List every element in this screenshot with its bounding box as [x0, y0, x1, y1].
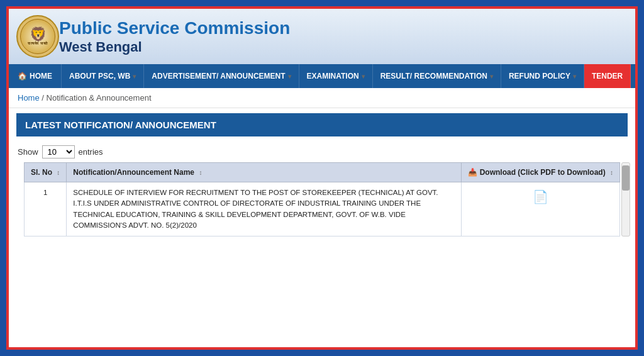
- nav-refund[interactable]: REFUND POLICY ▾: [501, 64, 584, 88]
- dropdown-icon: ▾: [573, 73, 576, 80]
- page-container: 🦁 सत्यमेव जयते Public Service Commission…: [6, 6, 638, 350]
- header-text: Public Service Commission West Bengal: [59, 18, 290, 55]
- breadcrumb-current: Notification & Announcement: [47, 93, 152, 103]
- nav-advertisement[interactable]: ADVERTISEMENT/ ANNOUNCEMENT ▾: [144, 64, 299, 88]
- col-download: 📥 Download (Click PDF to Download) ↕: [462, 163, 620, 182]
- pdf-download-icon[interactable]: 📄: [533, 190, 548, 204]
- site-header: 🦁 सत्यमेव जयते Public Service Commission…: [9, 9, 635, 64]
- sort-icon-name[interactable]: ↕: [199, 169, 202, 176]
- nav-tender[interactable]: TENDER: [584, 64, 631, 88]
- col-sl-no: Sl. No ↕: [25, 163, 67, 182]
- sort-icon-sl[interactable]: ↕: [57, 169, 60, 176]
- breadcrumb-home[interactable]: Home: [18, 93, 40, 103]
- dropdown-icon: ▾: [362, 73, 365, 80]
- dropdown-icon: ▾: [288, 73, 291, 80]
- dropdown-icon: ▾: [133, 73, 136, 80]
- entries-select[interactable]: 10 25 50 100: [42, 145, 75, 159]
- section-heading: LATEST NOTIFICATION/ ANNOUNCEMENT: [16, 113, 628, 136]
- download-icon-header: 📥: [468, 168, 479, 177]
- emblem-text: सत्यमेव जयते: [28, 42, 47, 46]
- dropdown-icon: ▾: [490, 73, 493, 80]
- emblem-icon: 🦁: [30, 28, 47, 42]
- table-header-row: Sl. No ↕ Notification/Announcement Name …: [25, 163, 620, 182]
- header-title-main: Public Service Commission: [59, 18, 290, 39]
- nav-about[interactable]: ABOUT PSC, WB ▾: [62, 64, 144, 88]
- logo: 🦁 सत्यमेव जयते: [16, 15, 59, 58]
- notifications-table: Sl. No ↕ Notification/Announcement Name …: [24, 162, 620, 236]
- show-label: Show: [18, 147, 38, 157]
- nav-examination[interactable]: EXAMINATION ▾: [299, 64, 373, 88]
- sort-icon-dl[interactable]: ↕: [610, 169, 613, 176]
- cell-download: 📄: [462, 182, 620, 236]
- entries-label: entries: [79, 147, 103, 157]
- cell-notification-name: SCHEDULE OF INTERVIEW FOR RECRUITMENT TO…: [67, 182, 462, 236]
- cell-sl-no: 1: [25, 182, 67, 236]
- breadcrumb-separator: /: [42, 93, 44, 103]
- breadcrumb: Home / Notification & Announcement: [9, 88, 635, 108]
- home-icon: 🏠: [18, 72, 27, 81]
- header-title-sub: West Bengal: [59, 39, 290, 55]
- nav-rti[interactable]: RTI: [631, 64, 635, 88]
- main-navbar: 🏠 HOME ABOUT PSC, WB ▾ ADVERTISEMENT/ AN…: [9, 64, 635, 88]
- table-row: 1 SCHEDULE OF INTERVIEW FOR RECRUITMENT …: [25, 182, 620, 236]
- table-controls: Show 10 25 50 100 entries: [9, 142, 635, 162]
- col-name: Notification/Announcement Name ↕: [67, 163, 462, 182]
- nav-home[interactable]: 🏠 HOME: [9, 64, 62, 88]
- nav-result[interactable]: RESULT/ RECOMMENDATION ▾: [373, 64, 501, 88]
